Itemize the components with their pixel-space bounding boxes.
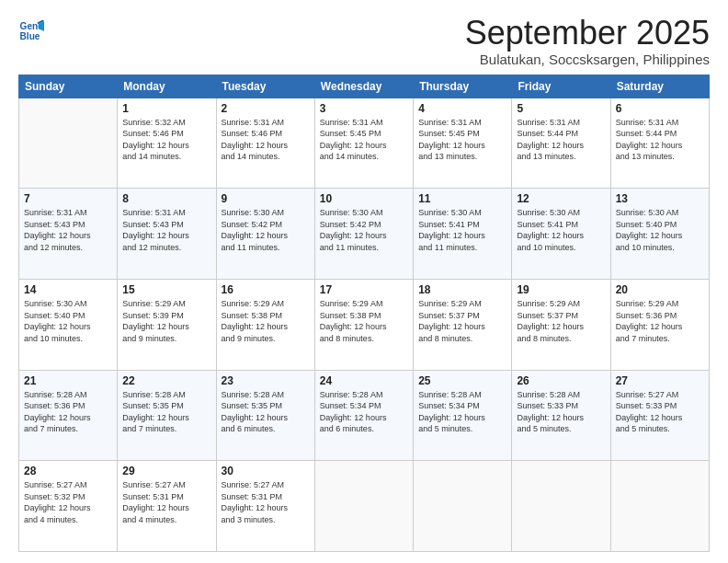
day-header-monday: Monday <box>118 75 216 98</box>
day-info: Sunrise: 5:28 AM Sunset: 5:34 PM Dayligh… <box>320 389 408 435</box>
day-cell-26: 26Sunrise: 5:28 AM Sunset: 5:33 PM Dayli… <box>512 370 610 461</box>
day-number: 25 <box>418 374 506 387</box>
day-number: 1 <box>122 102 210 115</box>
day-number: 21 <box>24 374 112 387</box>
day-number: 7 <box>24 192 112 205</box>
day-info: Sunrise: 5:27 AM Sunset: 5:32 PM Dayligh… <box>24 479 112 525</box>
empty-cell <box>314 461 413 552</box>
day-number: 22 <box>122 374 210 387</box>
day-header-friday: Friday <box>512 75 610 98</box>
day-cell-10: 10Sunrise: 5:30 AM Sunset: 5:42 PM Dayli… <box>314 189 413 280</box>
day-cell-29: 29Sunrise: 5:27 AM Sunset: 5:31 PM Dayli… <box>118 461 216 552</box>
day-cell-7: 7Sunrise: 5:31 AM Sunset: 5:43 PM Daylig… <box>19 189 118 280</box>
day-cell-6: 6Sunrise: 5:31 AM Sunset: 5:44 PM Daylig… <box>610 98 709 189</box>
day-cell-25: 25Sunrise: 5:28 AM Sunset: 5:34 PM Dayli… <box>414 370 512 461</box>
title-block: September 2025 Bulatukan, Soccsksargen, … <box>465 15 710 67</box>
day-info: Sunrise: 5:30 AM Sunset: 5:41 PM Dayligh… <box>517 207 605 253</box>
week-row-1: 1Sunrise: 5:32 AM Sunset: 5:46 PM Daylig… <box>19 98 710 189</box>
day-number: 2 <box>222 102 310 115</box>
day-number: 15 <box>122 283 210 296</box>
day-header-tuesday: Tuesday <box>216 75 314 98</box>
day-cell-24: 24Sunrise: 5:28 AM Sunset: 5:34 PM Dayli… <box>314 370 413 461</box>
day-cell-5: 5Sunrise: 5:31 AM Sunset: 5:44 PM Daylig… <box>512 98 610 189</box>
day-info: Sunrise: 5:30 AM Sunset: 5:40 PM Dayligh… <box>616 207 704 253</box>
day-info: Sunrise: 5:31 AM Sunset: 5:44 PM Dayligh… <box>616 117 704 163</box>
day-info: Sunrise: 5:31 AM Sunset: 5:45 PM Dayligh… <box>418 117 506 163</box>
day-info: Sunrise: 5:29 AM Sunset: 5:38 PM Dayligh… <box>222 298 310 344</box>
day-number: 20 <box>616 283 704 296</box>
day-info: Sunrise: 5:28 AM Sunset: 5:34 PM Dayligh… <box>418 389 506 435</box>
day-info: Sunrise: 5:31 AM Sunset: 5:43 PM Dayligh… <box>122 207 210 253</box>
empty-cell <box>610 461 709 552</box>
day-cell-13: 13Sunrise: 5:30 AM Sunset: 5:40 PM Dayli… <box>610 189 709 280</box>
day-number: 10 <box>320 192 408 205</box>
day-cell-30: 30Sunrise: 5:27 AM Sunset: 5:31 PM Dayli… <box>216 461 314 552</box>
day-cell-16: 16Sunrise: 5:29 AM Sunset: 5:38 PM Dayli… <box>216 279 314 370</box>
day-number: 29 <box>122 465 210 477</box>
day-number: 12 <box>517 192 605 205</box>
day-info: Sunrise: 5:31 AM Sunset: 5:43 PM Dayligh… <box>24 207 112 253</box>
day-info: Sunrise: 5:29 AM Sunset: 5:36 PM Dayligh… <box>616 298 704 344</box>
day-cell-12: 12Sunrise: 5:30 AM Sunset: 5:41 PM Dayli… <box>512 189 610 280</box>
day-info: Sunrise: 5:29 AM Sunset: 5:37 PM Dayligh… <box>517 298 605 344</box>
logo: General Blue <box>18 18 44 44</box>
day-info: Sunrise: 5:32 AM Sunset: 5:46 PM Dayligh… <box>122 117 210 163</box>
day-info: Sunrise: 5:27 AM Sunset: 5:33 PM Dayligh… <box>616 389 704 435</box>
day-header-saturday: Saturday <box>610 75 709 98</box>
header-row: SundayMondayTuesdayWednesdayThursdayFrid… <box>19 75 710 98</box>
day-cell-15: 15Sunrise: 5:29 AM Sunset: 5:39 PM Dayli… <box>118 279 216 370</box>
day-number: 13 <box>616 192 704 205</box>
day-number: 28 <box>24 465 112 477</box>
day-number: 4 <box>418 102 506 115</box>
day-info: Sunrise: 5:31 AM Sunset: 5:46 PM Dayligh… <box>222 117 310 163</box>
day-cell-3: 3Sunrise: 5:31 AM Sunset: 5:45 PM Daylig… <box>314 98 413 189</box>
day-number: 3 <box>320 102 408 115</box>
day-cell-2: 2Sunrise: 5:31 AM Sunset: 5:46 PM Daylig… <box>216 98 314 189</box>
day-info: Sunrise: 5:27 AM Sunset: 5:31 PM Dayligh… <box>122 479 210 525</box>
day-number: 18 <box>418 283 506 296</box>
day-info: Sunrise: 5:30 AM Sunset: 5:42 PM Dayligh… <box>222 207 310 253</box>
day-number: 30 <box>222 465 310 477</box>
day-info: Sunrise: 5:28 AM Sunset: 5:35 PM Dayligh… <box>222 389 310 435</box>
day-info: Sunrise: 5:30 AM Sunset: 5:42 PM Dayligh… <box>320 207 408 253</box>
day-number: 5 <box>517 102 605 115</box>
week-row-5: 28Sunrise: 5:27 AM Sunset: 5:32 PM Dayli… <box>19 461 710 552</box>
day-header-thursday: Thursday <box>414 75 512 98</box>
calendar-table: SundayMondayTuesdayWednesdayThursdayFrid… <box>18 75 710 552</box>
day-cell-28: 28Sunrise: 5:27 AM Sunset: 5:32 PM Dayli… <box>19 461 118 552</box>
day-header-sunday: Sunday <box>19 75 118 98</box>
day-cell-17: 17Sunrise: 5:29 AM Sunset: 5:38 PM Dayli… <box>314 279 413 370</box>
day-header-wednesday: Wednesday <box>314 75 413 98</box>
empty-cell <box>512 461 610 552</box>
page-header: General Blue September 2025 Bulatukan, S… <box>18 15 710 67</box>
day-number: 11 <box>418 192 506 205</box>
day-cell-14: 14Sunrise: 5:30 AM Sunset: 5:40 PM Dayli… <box>19 279 118 370</box>
day-info: Sunrise: 5:27 AM Sunset: 5:31 PM Dayligh… <box>222 479 310 525</box>
day-info: Sunrise: 5:29 AM Sunset: 5:39 PM Dayligh… <box>122 298 210 344</box>
empty-cell <box>414 461 512 552</box>
day-cell-23: 23Sunrise: 5:28 AM Sunset: 5:35 PM Dayli… <box>216 370 314 461</box>
day-number: 27 <box>616 374 704 387</box>
day-number: 17 <box>320 283 408 296</box>
day-number: 19 <box>517 283 605 296</box>
week-row-3: 14Sunrise: 5:30 AM Sunset: 5:40 PM Dayli… <box>19 279 710 370</box>
day-number: 24 <box>320 374 408 387</box>
day-info: Sunrise: 5:28 AM Sunset: 5:33 PM Dayligh… <box>517 389 605 435</box>
day-cell-20: 20Sunrise: 5:29 AM Sunset: 5:36 PM Dayli… <box>610 279 709 370</box>
day-info: Sunrise: 5:30 AM Sunset: 5:41 PM Dayligh… <box>418 207 506 253</box>
day-cell-8: 8Sunrise: 5:31 AM Sunset: 5:43 PM Daylig… <box>118 189 216 280</box>
day-cell-21: 21Sunrise: 5:28 AM Sunset: 5:36 PM Dayli… <box>19 370 118 461</box>
day-number: 6 <box>616 102 704 115</box>
day-cell-9: 9Sunrise: 5:30 AM Sunset: 5:42 PM Daylig… <box>216 189 314 280</box>
logo-icon: General Blue <box>18 18 44 44</box>
day-cell-19: 19Sunrise: 5:29 AM Sunset: 5:37 PM Dayli… <box>512 279 610 370</box>
day-number: 14 <box>24 283 112 296</box>
day-info: Sunrise: 5:31 AM Sunset: 5:44 PM Dayligh… <box>517 117 605 163</box>
day-cell-22: 22Sunrise: 5:28 AM Sunset: 5:35 PM Dayli… <box>118 370 216 461</box>
day-info: Sunrise: 5:30 AM Sunset: 5:40 PM Dayligh… <box>24 298 112 344</box>
day-cell-18: 18Sunrise: 5:29 AM Sunset: 5:37 PM Dayli… <box>414 279 512 370</box>
location-subtitle: Bulatukan, Soccsksargen, Philippines <box>465 52 710 67</box>
empty-cell <box>19 98 118 189</box>
day-cell-4: 4Sunrise: 5:31 AM Sunset: 5:45 PM Daylig… <box>414 98 512 189</box>
svg-text:Blue: Blue <box>20 31 40 41</box>
